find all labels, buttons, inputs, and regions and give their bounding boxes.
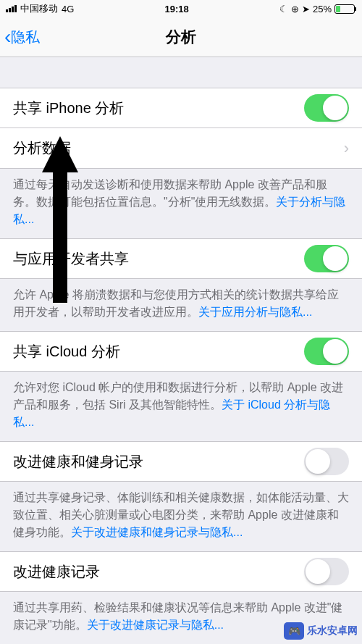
watermark-icon: 🎮 (284, 622, 304, 640)
moon-icon: ☾ (279, 4, 288, 14)
cell-label: 改进健康和健身记录 (13, 452, 143, 472)
cell-label: 改进健康记录 (13, 562, 100, 582)
cell-label: 共享 iCloud 分析 (13, 342, 120, 361)
share-iphone-analytics-cell[interactable]: 共享 iPhone 分析 (0, 88, 362, 128)
improve-health-records-cell[interactable]: 改进健康记录 (0, 551, 362, 592)
share-with-developers-switch[interactable] (304, 245, 349, 272)
improve-health-records-switch[interactable] (304, 558, 349, 585)
cell-label: 分析数据 (13, 138, 71, 158)
share-with-developers-cell[interactable]: 与应用开发者共享 (0, 238, 362, 279)
cell-label: 与应用开发者共享 (13, 249, 129, 269)
network-label: 4G (62, 4, 74, 14)
back-label: 隐私 (11, 28, 40, 47)
footer-text: 允许对您 iCloud 帐户的使用和数据进行分析，以帮助 Apple 改进产品和… (0, 372, 362, 441)
battery-icon (334, 4, 356, 14)
watermark-text: 乐水安卓网 (307, 624, 358, 637)
improve-health-fitness-switch[interactable] (304, 448, 349, 475)
about-health-records-link[interactable]: 关于改进健康记录与隐私... (87, 619, 224, 631)
page-title: 分析 (166, 27, 196, 47)
improve-health-fitness-cell[interactable]: 改进健康和健身记录 (0, 441, 362, 482)
content-scroll[interactable]: 共享 iPhone 分析 分析数据 › 通过每天自动发送诊断和使用数据来帮助 A… (0, 57, 362, 644)
battery-pct: 25% (313, 4, 332, 14)
about-app-analytics-link[interactable]: 关于应用分析与隐私... (198, 306, 312, 318)
signal-icon (6, 5, 17, 12)
footer-text: 通过每天自动发送诊断和使用数据来帮助 Apple 改善产品和服务。数据可能包括位… (0, 169, 362, 238)
nav-bar: ‹ 隐私 分析 (0, 17, 362, 57)
status-bar: 中国移动 4G 19:18 ☾ ⊕ ➤ 25% (0, 0, 362, 17)
lock-rotation-icon: ⊕ (291, 4, 299, 14)
cell-label: 共享 iPhone 分析 (13, 99, 124, 118)
chevron-right-icon: › (344, 139, 349, 158)
share-icloud-analytics-switch[interactable] (304, 338, 349, 365)
carrier-label: 中国移动 (20, 2, 58, 15)
footer-text: 通过共享健身记录、体能训练和相关健康数据，如体能活动量、大致位置、相关心脏测量或… (0, 482, 362, 551)
chevron-left-icon: ‹ (4, 25, 11, 49)
share-iphone-analytics-switch[interactable] (304, 94, 349, 122)
location-icon: ➤ (302, 4, 310, 14)
watermark: 🎮 乐水安卓网 (284, 622, 358, 640)
footer-text: 允许 Apple 将崩溃数据和与您使用方式相关的统计数据共享给应用开发者，以帮助… (0, 279, 362, 331)
analytics-data-cell[interactable]: 分析数据 › (0, 128, 362, 169)
about-health-fitness-link[interactable]: 关于改进健康和健身记录与隐私... (71, 526, 243, 538)
back-button[interactable]: ‹ 隐私 (0, 25, 40, 49)
time-label: 19:18 (165, 4, 189, 14)
share-icloud-analytics-cell[interactable]: 共享 iCloud 分析 (0, 331, 362, 372)
